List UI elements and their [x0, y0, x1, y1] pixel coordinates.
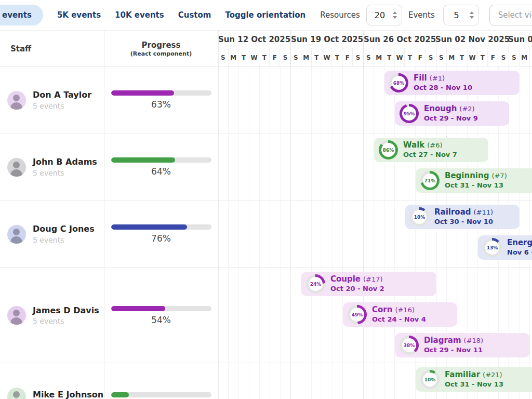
progress-percent-label: 54% — [151, 315, 171, 325]
progress-bar-fill — [111, 157, 176, 163]
day-letter: M — [447, 48, 457, 67]
view-select-placeholder: Select view — [498, 10, 532, 20]
event-dates: Oct 27 - Nov 7 — [403, 151, 457, 159]
week-header-sun-12-oct-2025: Sun 12 Oct 2025SMTWTFS — [218, 31, 291, 67]
event-title-line: Corn(#16) — [372, 305, 426, 315]
avatar — [7, 388, 26, 399]
events-spinner[interactable]: 5 — [443, 5, 479, 25]
staff-event-count: 5 events — [33, 169, 97, 177]
progress-ring-value: 24% — [309, 277, 323, 291]
day-letter-row: SMTWTFS — [509, 48, 532, 67]
events-value[interactable]: 5 — [444, 10, 470, 20]
event-bar-energy[interactable]: 13%EnergyNov 6 - N — [478, 235, 532, 260]
tab-5k-events[interactable]: 5K events — [57, 10, 101, 20]
tab-custom[interactable]: Custom — [178, 10, 211, 20]
event-text: Walk(#6)Oct 27 - Nov 7 — [403, 140, 457, 159]
grid-body: 68%Fill(#1)Oct 28 - Nov 1095%Enough(#2)O… — [0, 66, 532, 399]
staff-name: John B Adams — [33, 157, 97, 167]
day-letter: W — [249, 48, 260, 67]
event-text: Couple(#17)Oct 20 - Nov 2 — [330, 274, 384, 293]
event-bar-enough[interactable]: 95%Enough(#2)Oct 29 - Nov 9 — [395, 101, 509, 126]
day-letter: S — [218, 48, 229, 67]
tab-events[interactable]: events — [0, 5, 43, 25]
day-letter: F — [415, 48, 425, 67]
staff-row: Don A Taylor5 events63% — [0, 66, 218, 134]
staff-event-count: 5 events — [33, 102, 91, 110]
event-bar-diagram[interactable]: 38%Diagram(#18)Oct 29 - Nov 11 — [395, 333, 530, 357]
event-name: Couple — [330, 274, 361, 285]
timeline-divider — [218, 30, 219, 399]
resources-value[interactable]: 20 — [367, 10, 393, 20]
event-text: Fill(#1)Oct 28 - Nov 10 — [414, 73, 472, 92]
staff-event-count: 5 events — [33, 236, 95, 244]
progress-bar-track — [111, 392, 211, 397]
progress-cell: 76% — [104, 201, 218, 268]
event-bar-couple[interactable]: 24%Couple(#17)Oct 20 - Nov 2 — [301, 272, 436, 296]
event-bar-railroad[interactable]: 10%Railroad(#11)Oct 30 - Nov 10 — [405, 205, 520, 229]
event-bar-beginning[interactable]: 71%Beginning(#7)Oct 31 - Nov 13 — [416, 168, 532, 193]
staff-text: Doug C Jones5 events — [33, 224, 95, 244]
staff-row: John B Adams5 events64% — [0, 134, 218, 201]
day-letter: S — [353, 48, 363, 67]
avatar — [7, 225, 26, 244]
event-dates: Oct 30 - Nov 10 — [434, 218, 493, 227]
event-dates: Oct 20 - Nov 2 — [330, 285, 384, 294]
progress-ring-value: 49% — [350, 308, 364, 322]
progress-column-header: Progress (React component) — [104, 31, 218, 67]
week-header-sun-26-oct-2025: Sun 26 Oct 2025SMTWTFS — [364, 31, 436, 67]
tab-bar: events5K events10K eventsCustomToggle or… — [0, 5, 305, 25]
progress-ring: 10% — [410, 207, 429, 227]
tab-10k-events[interactable]: 10K events — [115, 10, 164, 20]
row-divider — [0, 267, 532, 268]
scheduler-grid: Staff Progress (React component) Sun 12 … — [0, 30, 532, 399]
day-letter: T — [259, 48, 270, 67]
increment-icon[interactable] — [470, 11, 474, 14]
progress-ring: 49% — [348, 305, 367, 324]
event-title-line: Railroad(#11) — [434, 207, 493, 218]
event-title-line: Diagram(#18) — [424, 336, 483, 346]
event-id: (#1) — [430, 74, 445, 83]
event-dates: Oct 29 - Nov 11 — [424, 346, 483, 355]
day-letter-row: SMTWTFS — [291, 48, 363, 67]
view-select[interactable]: Select view — [489, 5, 532, 25]
resources-spinner[interactable]: 20 — [366, 5, 402, 25]
event-bar-corn[interactable]: 49%Corn(#16)Oct 24 - Nov 4 — [343, 302, 457, 327]
staff-cell: James D Davis5 events — [0, 268, 104, 363]
progress-header-label: Progress — [142, 41, 181, 50]
event-bar-walk[interactable]: 86%Walk(#6)Oct 27 - Nov 7 — [374, 138, 488, 162]
staff-name: Mike E Johnson — [33, 390, 103, 399]
day-letter: T — [530, 48, 532, 67]
progress-bar-track — [111, 90, 211, 96]
event-dates: Oct 31 - Nov 13 — [445, 181, 507, 190]
day-letter: S — [509, 48, 520, 67]
event-title-line: Walk(#6) — [403, 140, 457, 151]
event-text: Beginning(#7)Oct 31 - Nov 13 — [445, 171, 507, 190]
increment-icon[interactable] — [393, 11, 397, 14]
day-letter: F — [342, 48, 353, 67]
day-letter: W — [395, 48, 405, 67]
column-divider — [104, 30, 104, 399]
event-title-line: Energy — [507, 238, 532, 248]
tab-toggle-orientation[interactable]: Toggle orientation — [225, 10, 305, 20]
event-text: Enough(#2)Oct 29 - Nov 9 — [424, 104, 478, 123]
event-dates: Oct 29 - Nov 9 — [424, 114, 478, 123]
event-id: (#7) — [491, 172, 507, 181]
week-label: Sun 26 Oct 2025 — [364, 31, 436, 48]
event-id: (#21) — [483, 371, 502, 380]
event-name: Beginning — [445, 171, 489, 181]
row-divider — [0, 200, 532, 201]
staff-cell: Don A Taylor5 events — [0, 66, 104, 134]
event-name: Railroad — [434, 207, 471, 218]
staff-row: Doug C Jones5 events76% — [0, 201, 218, 268]
event-bar-fill[interactable]: 68%Fill(#1)Oct 28 - Nov 10 — [384, 71, 520, 95]
progress-cell: 64% — [104, 134, 218, 201]
event-dates: Oct 24 - Nov 4 — [372, 315, 426, 324]
progress-ring: 10% — [420, 370, 440, 389]
day-letter: W — [322, 48, 332, 67]
event-bar-familiar[interactable]: 10%Familiar(#21)Oct 31 - Nov 13 — [416, 367, 532, 392]
decrement-icon[interactable] — [470, 16, 474, 19]
decrement-icon[interactable] — [393, 16, 397, 19]
event-text: Familiar(#21)Oct 31 - Nov 13 — [445, 370, 503, 389]
event-title-line: Beginning(#7) — [445, 171, 507, 181]
day-letter: T — [332, 48, 342, 67]
